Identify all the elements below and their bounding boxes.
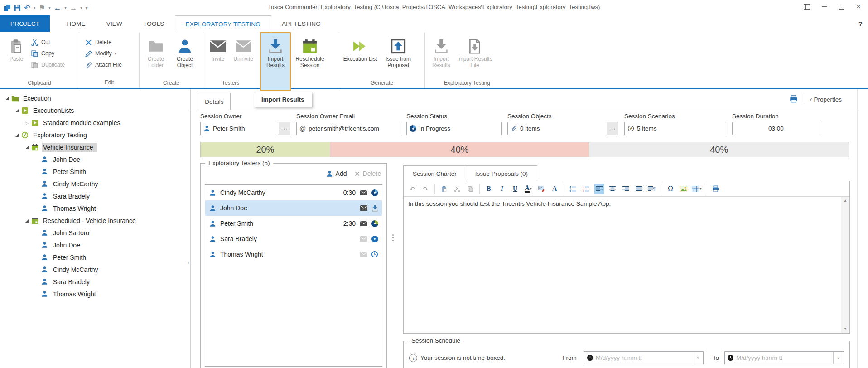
align-right-button[interactable] xyxy=(621,184,631,194)
tree-item[interactable]: Rescheduled - Vehicle Insurance xyxy=(0,215,190,227)
tester-row[interactable]: John Doe xyxy=(205,200,382,216)
tree-item-person[interactable]: John Sartoro xyxy=(0,227,190,239)
align-left-button[interactable] xyxy=(594,184,604,194)
add-tester-button[interactable]: Add xyxy=(326,170,347,177)
align-center-button[interactable] xyxy=(608,184,617,194)
tree-item[interactable]: ExecutionLists xyxy=(0,105,190,117)
tree-item[interactable]: Vehicle Insurance xyxy=(0,141,190,154)
copy-button[interactable]: Copy xyxy=(31,49,65,58)
tree-item-person[interactable]: Peter Smith xyxy=(0,252,190,264)
to-dropdown-icon[interactable]: ˅ xyxy=(833,352,844,364)
session-charter-text[interactable]: In this session you should test the Tric… xyxy=(408,200,836,207)
tree-expander-icon[interactable] xyxy=(4,97,10,100)
tab-view[interactable]: VIEW xyxy=(96,15,133,32)
tree-item-person[interactable]: Sara Bradely xyxy=(0,190,190,203)
tree-item-person[interactable]: John Doe xyxy=(0,154,190,166)
tester-time: 2:30 xyxy=(343,220,356,227)
tab-project[interactable]: PROJECT xyxy=(0,15,50,32)
tab-session-charter[interactable]: Session Charter xyxy=(403,165,466,182)
execution-list-button[interactable]: Execution List xyxy=(341,34,379,78)
symbol-omega-button[interactable]: Ω xyxy=(665,184,675,194)
tree-expander-icon[interactable] xyxy=(14,109,20,112)
close-button[interactable]: × xyxy=(854,3,863,11)
session-field-value: peter.smith@tricentis.com xyxy=(309,125,400,132)
tree-item-person[interactable]: Cindy McCarthy xyxy=(0,264,190,276)
font-color-button[interactable]: A▾ xyxy=(523,184,533,194)
tester-row[interactable]: Thomas Wright xyxy=(205,247,382,262)
tree-item[interactable]: Execution xyxy=(0,92,190,105)
tree-expander-icon[interactable] xyxy=(24,146,30,149)
tab-tools[interactable]: TOOLS xyxy=(133,15,175,32)
insert-table-button[interactable]: ▾ xyxy=(692,184,702,194)
session-field-input[interactable]: @peter.smith@tricentis.com xyxy=(296,122,400,135)
tree-item-person[interactable]: Cindy McCarthy xyxy=(0,178,190,190)
delete-button[interactable]: Delete xyxy=(85,38,122,47)
minimize-button[interactable] xyxy=(819,3,829,11)
issue-from-proposal-button[interactable]: Issue from Proposal xyxy=(379,34,417,78)
to-datetime-input[interactable]: M/d/yyyy h:mm tt ˅ xyxy=(724,351,844,364)
cut-button[interactable]: Cut xyxy=(31,38,65,47)
right-panel-divider[interactable] xyxy=(857,89,858,368)
tester-status-icon[interactable] xyxy=(371,189,378,196)
modify-dropdown-icon[interactable]: ▾ xyxy=(115,52,116,56)
uninvite-button: Uninvite xyxy=(231,34,256,78)
tree-item[interactable]: ▷Standard module examples xyxy=(0,117,190,129)
underline-button[interactable]: U xyxy=(510,184,520,194)
numbered-list-icon[interactable]: 123 xyxy=(581,184,591,194)
tab-home[interactable]: HOME xyxy=(56,15,96,32)
tree-expander-icon[interactable] xyxy=(14,134,20,137)
panel-layout-icon[interactable] xyxy=(802,3,812,11)
tree-item-person[interactable]: John Doe xyxy=(0,239,190,252)
bold-button[interactable]: B xyxy=(484,184,494,194)
tester-row[interactable]: Peter Smith2:30 xyxy=(205,216,382,231)
help-icon[interactable]: ? xyxy=(858,20,863,28)
reschedule-session-button[interactable]: Reschedule Session xyxy=(291,34,329,78)
paperclip-icon xyxy=(85,61,92,69)
tester-row[interactable]: Sara Bradely xyxy=(205,231,382,247)
tester-status-icon[interactable] xyxy=(371,204,378,212)
tester-status-icon[interactable] xyxy=(371,220,378,227)
from-dropdown-icon[interactable]: ˅ xyxy=(693,352,703,364)
import-results-button[interactable]: Import Results xyxy=(260,32,291,91)
envelope-icon[interactable] xyxy=(360,190,367,195)
attach-file-button[interactable]: Attach File xyxy=(85,60,122,69)
tree-item[interactable]: Exploratory Testing xyxy=(0,129,190,141)
tester-status-icon[interactable] xyxy=(371,251,378,258)
editor-scrollbar[interactable]: ▲ ▼ xyxy=(841,197,849,333)
scroll-down-icon[interactable]: ▼ xyxy=(841,325,849,333)
tab-issue-proposals[interactable]: Issue Proposals (0) xyxy=(466,165,537,182)
tree-expander-icon[interactable]: ▷ xyxy=(24,121,30,126)
highlight-button[interactable]: ab xyxy=(536,184,546,194)
from-datetime-input[interactable]: M/d/yyyy h:mm tt ˅ xyxy=(584,351,704,364)
execlist-icon xyxy=(21,107,29,115)
restore-button[interactable] xyxy=(836,3,846,11)
tree-item-person[interactable]: Peter Smith xyxy=(0,166,190,178)
italic-button[interactable]: I xyxy=(497,184,507,194)
modify-button[interactable]: Modify ▾ xyxy=(85,49,122,58)
title-bar: ↶▾ ⚑▾ ←▾ →▾ ▾̄ Tosca Commander: Explorat… xyxy=(0,0,868,15)
scroll-up-icon[interactable]: ▲ xyxy=(841,197,849,204)
panel-splitter-handle[interactable] xyxy=(392,234,394,241)
paragraph-marks-button[interactable]: ¶ xyxy=(647,184,657,194)
insert-image-button[interactable] xyxy=(679,184,689,194)
bullet-list-icon[interactable] xyxy=(568,184,578,194)
tree-collapse-handle[interactable]: ‹ xyxy=(188,259,189,266)
tester-row[interactable]: Cindy McCarthy0:30 xyxy=(205,185,382,200)
font-button[interactable]: A xyxy=(550,184,559,194)
create-object-button[interactable]: Create Object xyxy=(170,34,199,78)
tree-expander-icon[interactable] xyxy=(24,219,30,223)
paste-icon[interactable] xyxy=(439,184,449,194)
tree-item-person[interactable]: Sara Bradely xyxy=(0,276,190,288)
more-button[interactable]: ··· xyxy=(279,122,290,135)
tab-details[interactable]: Details xyxy=(198,93,231,110)
justify-button[interactable] xyxy=(634,184,644,194)
tab-exploratory-testing[interactable]: EXPLORATORY TESTING xyxy=(175,15,271,32)
tree-item-person[interactable]: Thomas Wright xyxy=(0,203,190,215)
envelope-icon[interactable] xyxy=(360,221,367,226)
session-field-input[interactable]: Peter Smith··· xyxy=(200,122,290,135)
envelope-icon[interactable] xyxy=(360,205,367,211)
tester-status-icon[interactable] xyxy=(371,235,378,242)
print-icon[interactable] xyxy=(710,184,720,194)
tab-api-testing[interactable]: API TESTING xyxy=(271,15,331,32)
tree-item-person[interactable]: Thomas Wright xyxy=(0,288,190,300)
